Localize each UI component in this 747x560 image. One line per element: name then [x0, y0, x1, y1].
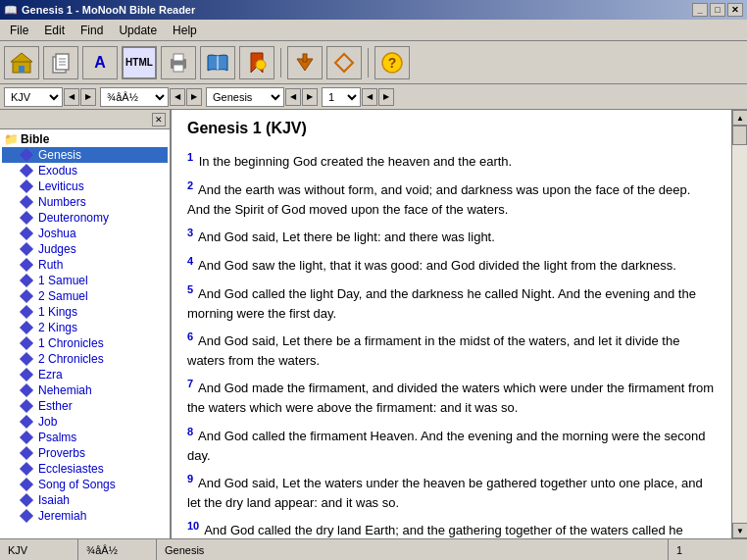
verse-10: 10 And God called the dry land Earth; an…	[187, 518, 716, 538]
chapter-prev[interactable]: ◀	[362, 88, 377, 106]
book-icon-nehemiah	[20, 383, 33, 397]
status-translation: KJV	[0, 539, 78, 560]
translation-next[interactable]: ▶	[80, 88, 96, 106]
translation-prev[interactable]: ◀	[64, 88, 79, 106]
translation-select[interactable]: KJV NIV ESV	[4, 87, 63, 107]
print-button[interactable]	[161, 46, 196, 79]
tree-root[interactable]: 📁 Bible	[2, 131, 168, 147]
book-icon-psalms	[20, 431, 33, 444]
book-icon-ezra	[20, 368, 33, 382]
verse-num-2: 2	[187, 179, 193, 191]
verse-text-6: And God said, Let there be a firmament i…	[187, 333, 679, 368]
verse-3: 3 And God said, Let there be light: and …	[187, 225, 716, 247]
book-1chronicles[interactable]: 1 Chronicles	[2, 335, 168, 351]
font-size-select[interactable]: ¾åÂ½	[100, 87, 169, 107]
book-2kings[interactable]: 2 Kings	[2, 320, 168, 335]
verse-text-1: In the beginning God created the heaven …	[199, 154, 512, 169]
verse-text-4: And God saw the light, that it was good:…	[198, 258, 676, 273]
maximize-button[interactable]: □	[710, 3, 725, 17]
book-numbers[interactable]: Numbers	[2, 194, 168, 210]
verse-5: 5 And God called the light Day, and the …	[187, 281, 716, 323]
book-joshua[interactable]: Joshua	[2, 226, 168, 241]
book-leviticus[interactable]: Leviticus	[2, 178, 168, 194]
chapter-group: 1 2 3 ◀ ▶	[322, 87, 394, 107]
book-nehemiah[interactable]: Nehemiah	[2, 382, 168, 398]
svg-rect-15	[303, 54, 307, 62]
bookmark-button[interactable]	[239, 46, 274, 79]
title-bar-controls: _ □ ✕	[692, 3, 743, 17]
translation-group: KJV NIV ESV ◀ ▶	[4, 87, 96, 107]
menu-edit[interactable]: Edit	[38, 22, 71, 39]
book-1samuel[interactable]: 1 Samuel	[2, 273, 168, 288]
verse-text-2: And the earth was without form, and void…	[187, 182, 690, 217]
vertical-scrollbar: ▲ ▼	[731, 110, 747, 538]
font-size-next[interactable]: ▶	[186, 88, 202, 106]
scroll-down-button[interactable]: ▼	[732, 523, 747, 538]
book-icon-esther	[20, 399, 33, 413]
minimize-button[interactable]: _	[692, 3, 708, 17]
book-judges[interactable]: Judges	[2, 241, 168, 257]
book-ezra[interactable]: Ezra	[2, 367, 168, 382]
book-icon-2chronicles	[20, 352, 33, 366]
title-bar: 📖 Genesis 1 - MoNooN Bible Reader _ □ ✕	[0, 0, 747, 20]
menu-help[interactable]: Help	[167, 22, 203, 39]
book-2samuel[interactable]: 2 Samuel	[2, 288, 168, 304]
copy-button[interactable]	[43, 46, 78, 79]
book-ecclesiastes[interactable]: Ecclesiastes	[2, 461, 168, 477]
book-psalms[interactable]: Psalms	[2, 430, 168, 445]
html-button[interactable]: HTML	[122, 46, 157, 79]
menu-find[interactable]: Find	[75, 22, 109, 39]
chapter-next[interactable]: ▶	[378, 88, 394, 106]
main-area: ✕ 📁 Bible Genesis Exodus Leviticus Numbe…	[0, 110, 747, 538]
book-genesis[interactable]: Genesis	[2, 147, 168, 163]
diamond-button[interactable]	[326, 46, 362, 79]
menu-file[interactable]: File	[4, 22, 34, 39]
book-isaiah[interactable]: Isaiah	[2, 492, 168, 508]
status-book: Genesis	[157, 539, 669, 560]
book-icon-jeremiah	[20, 509, 33, 523]
book-song-of-songs[interactable]: Song of Songs	[2, 477, 168, 492]
book-icon-exodus	[20, 164, 33, 178]
home-button[interactable]	[4, 46, 39, 79]
book-prev[interactable]: ◀	[285, 88, 301, 106]
book-ruth[interactable]: Ruth	[2, 257, 168, 273]
close-button[interactable]: ✕	[727, 3, 743, 17]
book-open-button[interactable]	[200, 46, 235, 79]
scroll-track[interactable]	[732, 145, 747, 523]
tree-root-label: Bible	[21, 132, 49, 146]
book-exodus[interactable]: Exodus	[2, 163, 168, 178]
scroll-thumb[interactable]	[732, 126, 747, 145]
verse-num-9: 9	[187, 473, 193, 484]
book-icon-numbers	[20, 195, 33, 209]
verse-text-5: And God called the light Day, and the da…	[187, 286, 696, 321]
font-size-group: ¾åÂ½ ◀ ▶	[100, 87, 202, 107]
book-icon-2kings	[20, 321, 33, 334]
book-job[interactable]: Job	[2, 414, 168, 430]
book-icon-ecclesiastes	[20, 462, 33, 476]
book-2chronicles[interactable]: 2 Chronicles	[2, 351, 168, 367]
tree-close-button[interactable]: ✕	[152, 113, 166, 127]
font-button[interactable]: A	[82, 46, 118, 79]
book-next[interactable]: ▶	[302, 88, 318, 106]
chapter-select[interactable]: 1 2 3	[322, 87, 361, 107]
svg-rect-2	[19, 66, 25, 73]
help-button[interactable]: ?	[374, 46, 410, 79]
book-1kings[interactable]: 1 Kings	[2, 304, 168, 320]
menu-update[interactable]: Update	[113, 22, 163, 39]
book-icon-genesis	[20, 148, 33, 162]
book-jeremiah[interactable]: Jeremiah	[2, 508, 168, 524]
scroll-up-button[interactable]: ▲	[732, 110, 747, 126]
tree-panel: ✕ 📁 Bible Genesis Exodus Leviticus Numbe…	[0, 110, 172, 538]
book-proverbs[interactable]: Proverbs	[2, 445, 168, 461]
reading-panel: Genesis 1 (KJV) 1 In the beginning God c…	[172, 110, 747, 538]
book-esther[interactable]: Esther	[2, 398, 168, 414]
book-select[interactable]: Genesis Exodus	[206, 87, 284, 107]
reading-scroll-area: Genesis 1 (KJV) 1 In the beginning God c…	[172, 110, 747, 538]
reading-content[interactable]: Genesis 1 (KJV) 1 In the beginning God c…	[172, 110, 731, 538]
verse-num-4: 4	[187, 255, 193, 267]
arrow-down-button[interactable]	[287, 46, 323, 79]
font-size-prev[interactable]: ◀	[170, 88, 185, 106]
app-icon: 📖	[4, 4, 18, 17]
svg-point-13	[256, 60, 266, 70]
book-deuteronomy[interactable]: Deuteronomy	[2, 210, 168, 226]
